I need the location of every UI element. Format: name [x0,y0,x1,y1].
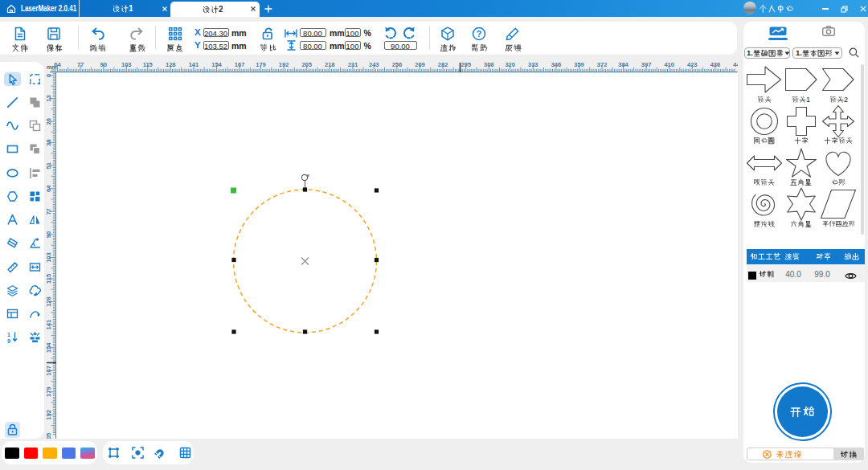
svg-text:256: 256 [392,61,403,68]
svg-text:9: 9 [7,338,10,344]
svg-text:295: 295 [461,61,471,68]
svg-text:90: 90 [47,231,52,238]
svg-text:?: ? [477,29,481,39]
svg-text:449: 449 [733,61,738,68]
svg-text:1: 1 [806,96,810,104]
svg-text:51: 51 [47,162,52,169]
svg-text:410: 410 [664,61,674,68]
svg-text:154: 154 [47,342,52,353]
svg-text:90: 90 [100,61,107,68]
svg-text:179: 179 [47,387,52,398]
svg-text:179: 179 [256,61,266,68]
svg-text:359: 359 [574,61,584,68]
svg-text:320: 320 [505,61,515,68]
svg-text:333: 333 [528,61,538,68]
svg-text:167: 167 [235,61,245,68]
svg-text:115: 115 [47,274,52,284]
svg-text:1: 1 [129,4,133,13]
svg-text:141: 141 [47,320,52,330]
svg-text:103: 103 [47,252,52,263]
svg-text:13: 13 [47,95,52,101]
svg-text:384: 384 [618,61,628,68]
svg-text:128: 128 [47,296,52,307]
svg-text:103: 103 [121,61,132,68]
svg-text:154: 154 [211,61,222,68]
svg-text:192: 192 [47,410,52,420]
svg-text:167: 167 [47,366,52,376]
svg-text:0: 0 [47,74,52,77]
svg-text:372: 372 [597,61,608,68]
svg-text:269: 269 [415,61,425,68]
svg-text:205: 205 [47,433,52,439]
svg-text:115: 115 [143,61,153,68]
svg-text:.: . [800,49,802,57]
svg-text:77: 77 [47,208,52,215]
svg-text:2: 2 [219,5,223,14]
svg-text:205: 205 [301,61,312,68]
svg-text:2: 2 [844,96,848,104]
svg-text:192: 192 [279,61,289,68]
svg-text:423: 423 [687,61,698,68]
svg-text:308: 308 [484,61,494,68]
svg-text:.: . [751,49,753,57]
svg-text:231: 231 [348,61,358,68]
svg-text:397: 397 [641,61,652,68]
svg-text:26: 26 [47,118,52,125]
svg-text:218: 218 [325,61,335,68]
svg-text:1: 1 [7,332,10,337]
svg-text:282: 282 [438,61,448,68]
svg-text:77: 77 [77,61,84,68]
svg-text:64: 64 [47,185,52,192]
svg-text:141: 141 [189,61,199,68]
svg-text:mm: mm [47,64,56,70]
svg-text:128: 128 [166,61,176,68]
svg-text:436: 436 [710,61,721,68]
svg-text:243: 243 [369,61,379,68]
svg-text:346: 346 [551,61,562,68]
svg-text:38: 38 [47,139,52,145]
